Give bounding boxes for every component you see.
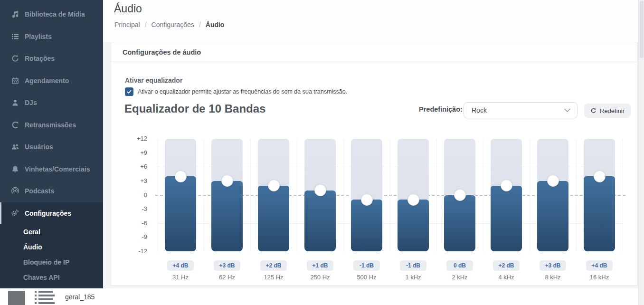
breadcrumb-settings[interactable]: Configurações — [152, 21, 194, 29]
sidebar-item-scheduling[interactable]: Agendamento — [0, 70, 103, 92]
bottom-strip — [0, 288, 638, 305]
sidebar-item-label: Podcasts — [25, 187, 54, 195]
eq-band-value-badge: 0 dB — [446, 260, 473, 271]
podcast-icon — [11, 187, 19, 195]
eq-band-track[interactable] — [537, 139, 568, 251]
equalizer-toggle-description: Ativar o equalizador permite ajustar as … — [138, 88, 347, 95]
sidebar-item-relays[interactable]: Retransmissões — [0, 114, 103, 136]
eq-band-knob[interactable] — [594, 171, 606, 182]
sidebar-subitem-label: Geral — [23, 228, 40, 236]
eq-axis-tick-label: +12 — [125, 135, 147, 142]
sidebar: Biblioteca de Mídia Playlists Rotações A… — [0, 0, 103, 288]
gears-icon — [11, 209, 19, 217]
eq-band-knob[interactable] — [221, 175, 233, 187]
eq-band-track[interactable] — [165, 139, 196, 251]
eq-gridline-vertical — [157, 139, 158, 251]
card-title: Configurações de áudio — [123, 48, 201, 56]
eq-gridline-vertical — [436, 139, 437, 251]
eq-band-value-badge: +4 dB — [167, 260, 194, 271]
equalizer-toggle-label: Ativar equalizador — [125, 76, 182, 84]
sidebar-item-settings[interactable]: Configurações — [0, 202, 103, 225]
eq-axis-tick-label: -3 — [125, 205, 147, 212]
eq-band-fill — [444, 195, 475, 252]
eq-band-value-badge: +1 dB — [307, 260, 333, 271]
eq-gridline-vertical — [343, 139, 344, 251]
eq-axis-tick-label: -9 — [125, 233, 147, 240]
eq-band-track[interactable] — [491, 139, 522, 251]
eq-band-value-badge: -1 dB — [400, 260, 426, 271]
preset-selected-value: Rock — [472, 106, 564, 114]
refresh-icon — [590, 108, 597, 114]
calendar-icon — [11, 76, 19, 85]
breadcrumb-separator: / — [145, 21, 147, 29]
eq-band-frequency-label: 31 Hz — [157, 274, 204, 281]
sidebar-item-label: Vinhetas/Comerciais — [25, 165, 90, 173]
eq-band-knob[interactable] — [454, 189, 466, 201]
sidebar-item-media-library[interactable]: Biblioteca de Mídia — [0, 3, 103, 26]
vertical-scrollbar[interactable] — [638, 0, 644, 305]
audio-settings-card: Configurações de áudio Ativar equalizado… — [111, 42, 637, 286]
sidebar-subitem-audio[interactable]: Áudio — [0, 239, 103, 255]
preset-select[interactable]: Rock — [464, 102, 578, 118]
rotate-icon — [11, 55, 19, 63]
eq-band-value-badge: +4 dB — [586, 260, 613, 271]
eq-band-value-badge: +2 dB — [260, 260, 287, 271]
eq-band-knob[interactable] — [407, 194, 419, 206]
eq-band-knob[interactable] — [361, 194, 373, 206]
sidebar-item-jingles[interactable]: Vinhetas/Comerciais — [0, 158, 103, 181]
music-note-icon — [11, 10, 19, 19]
sidebar-nav: Biblioteca de Mídia Playlists Rotações A… — [0, 0, 103, 202]
eq-band-knob[interactable] — [175, 171, 187, 182]
eq-band-fill — [398, 200, 429, 251]
eq-band-track[interactable] — [211, 139, 243, 251]
sidebar-item-label: DJs — [25, 99, 37, 106]
eq-band-value-badge: -1 dB — [353, 260, 380, 271]
sidebar-item-djs[interactable]: DJs — [0, 92, 103, 114]
equalizer-checkbox[interactable] — [125, 87, 133, 96]
sidebar-item-label: Rotações — [25, 55, 55, 62]
sidebar-item-playlists[interactable]: Playlists — [0, 26, 103, 48]
sidebar-item-rotations[interactable]: Rotações — [0, 48, 103, 70]
eq-gridline-vertical — [250, 139, 251, 251]
equalizer-heading: Equalizador de 10 Bandas — [124, 102, 265, 115]
sidebar-item-label: Agendamento — [25, 77, 69, 85]
eq-band-frequency-label: 1 kHz — [390, 274, 436, 281]
eq-axis-tick-label: +9 — [125, 149, 147, 156]
sidebar-item-podcasts[interactable]: Podcasts — [0, 180, 103, 202]
card-header: Configurações de áudio — [111, 42, 637, 62]
eq-band-fill — [351, 200, 382, 251]
sidebar-settings-section: Configurações Geral Áudio Bloqueio de IP… — [0, 202, 103, 288]
breadcrumb-separator: / — [199, 21, 201, 29]
eq-axis-tick-label: -6 — [125, 219, 147, 227]
eq-gridline-vertical — [483, 139, 483, 251]
eq-band-track[interactable] — [584, 139, 615, 251]
eq-gridline-vertical — [576, 139, 577, 251]
eq-band-knob[interactable] — [547, 175, 559, 187]
users-icon — [11, 143, 19, 151]
eq-band-knob[interactable] — [501, 180, 512, 191]
scrollbar-thumb[interactable] — [640, 1, 644, 58]
eq-band-fill — [584, 176, 615, 251]
eq-band-knob[interactable] — [314, 184, 326, 196]
media-item-name[interactable]: geral_185 — [65, 293, 95, 301]
breadcrumb-home[interactable]: Principal — [114, 21, 140, 29]
sidebar-subitem-general[interactable]: Geral — [0, 224, 103, 239]
sidebar-subitem-ip-blocking[interactable]: Bloqueio de IP — [0, 255, 103, 270]
reset-button[interactable]: Redefinir — [584, 104, 631, 118]
eq-band-frequency-label: 8 kHz — [530, 274, 576, 281]
sidebar-item-users[interactable]: Usuários — [0, 136, 103, 158]
eq-band-knob[interactable] — [268, 180, 280, 191]
eq-gridline-vertical — [623, 139, 623, 251]
eq-axis-tick-label: +6 — [125, 163, 147, 170]
eq-band-track[interactable] — [258, 139, 289, 251]
eq-band-value-badge: +3 dB — [540, 260, 566, 271]
eq-band-fill — [165, 176, 196, 251]
eq-axis-tick-label: -12 — [125, 248, 147, 255]
sidebar-subitem-label: Áudio — [23, 243, 42, 251]
eq-band-fill — [537, 181, 568, 251]
sidebar-subitem-api-keys[interactable]: Chaves API — [0, 270, 103, 285]
eq-band-value-badge: +2 dB — [493, 260, 520, 271]
relay-icon — [11, 121, 19, 129]
preset-label: Predefinição: — [419, 105, 463, 113]
reset-button-label: Redefinir — [600, 107, 625, 114]
